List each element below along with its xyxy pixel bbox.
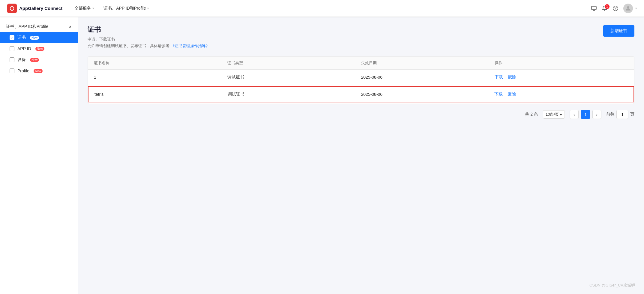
main-layout: 证书、APP ID和Profile ∧ 证书 New APP ID New 设备… [0, 17, 644, 294]
avatar [623, 4, 633, 13]
sidebar-item-appid[interactable]: APP ID New [0, 43, 78, 54]
page-size-chevron-icon: ▾ [560, 112, 562, 117]
next-page-button[interactable]: › [592, 110, 601, 119]
svg-point-4 [627, 6, 629, 9]
revoke-link[interactable]: 废除 [508, 92, 516, 97]
topnav-right-area: 1 ▾ [591, 4, 637, 13]
sidebar: 证书、APP ID和Profile ∧ 证书 New APP ID New 设备… [0, 17, 78, 294]
monitor-icon [591, 5, 597, 11]
prev-page-button[interactable]: ‹ [570, 110, 579, 119]
cert-guide-link[interactable]: 《证书管理操作指导》 [171, 44, 210, 48]
download-link[interactable]: 下载 [495, 74, 503, 80]
sidebar-item-profile[interactable]: Profile New [0, 65, 78, 76]
logo-text: AppGallery Connect [19, 6, 62, 11]
page-title-area: 证书 申请、下载证书 允许申请创建调试证书、发布证书，具体请参考 《证书管理操作… [88, 25, 210, 49]
page-title: 证书 [88, 25, 210, 34]
cert-type-cell: 调试证书 [228, 92, 361, 97]
nav-all-services[interactable]: 全部服务 ▾ [74, 4, 94, 13]
pagination: 共 2 条 10条/页 ▾ ‹ 1 › 前往 页 [88, 110, 634, 119]
nav-cert-profile[interactable]: 证书、APP ID和Profile ▾ [103, 4, 148, 13]
cert-table: 证书名称 证书类型 失效日期 操作 1 调试证书 2025-08-06 下载 废… [88, 56, 634, 104]
page-description: 申请、下载证书 允许申请创建调试证书、发布证书，具体请参考 《证书管理操作指导》 [88, 36, 210, 49]
user-menu[interactable]: ▾ [623, 4, 637, 13]
notification-badge: 1 [605, 4, 610, 9]
col-header-type: 证书类型 [227, 60, 361, 66]
goto-page-input[interactable] [616, 110, 628, 119]
cert-type-cell: 调试证书 [227, 74, 361, 80]
sidebar-item-device[interactable]: 设备 New [0, 54, 78, 65]
logo-link[interactable]: AppGallery Connect [7, 4, 62, 13]
cert-actions-cell: 下载 废除 [495, 74, 628, 80]
svg-rect-1 [592, 6, 596, 10]
chevron-down-icon: ▾ [92, 7, 94, 10]
sidebar-collapse-icon: ∧ [69, 24, 72, 29]
next-icon: › [596, 112, 598, 117]
page-size-selector[interactable]: 10条/页 ▾ [543, 110, 565, 119]
sidebar-item-cert[interactable]: 证书 New [0, 32, 78, 43]
cert-name-cell: 1 [94, 75, 227, 80]
sidebar-checkbox-cert [10, 35, 14, 40]
col-header-actions: 操作 [495, 60, 628, 66]
sidebar-checkbox-appid [10, 46, 14, 51]
sidebar-section-cert-profile[interactable]: 证书、APP ID和Profile ∧ [0, 22, 78, 32]
appgallery-logo-icon [7, 4, 17, 13]
cert-expiry-cell: 2025-08-06 [361, 92, 494, 97]
cert-name-cell: tetris [94, 92, 228, 97]
svg-point-2 [613, 6, 618, 11]
download-link[interactable]: 下载 [494, 92, 503, 97]
top-navigation: AppGallery Connect 全部服务 ▾ 证书、APP ID和Prof… [0, 0, 644, 17]
sidebar-checkbox-profile [10, 68, 14, 73]
question-icon [613, 5, 619, 11]
user-chevron-icon: ▾ [635, 7, 637, 10]
col-header-name: 证书名称 [94, 60, 227, 66]
table-row: tetris 调试证书 2025-08-06 下载 废除 [88, 86, 634, 102]
chevron-down-icon: ▾ [147, 7, 149, 10]
cert-actions-cell: 下载 废除 [494, 92, 628, 97]
main-content-area: 证书 申请、下载证书 允许申请创建调试证书、发布证书，具体请参考 《证书管理操作… [78, 17, 644, 294]
cert-expiry-cell: 2025-08-06 [361, 75, 495, 80]
table-row: 1 调试证书 2025-08-06 下载 废除 [88, 70, 634, 85]
col-header-expiry: 失效日期 [361, 60, 495, 66]
pagination-total: 共 2 条 [525, 112, 538, 117]
page-header: 证书 申请、下载证书 允许申请创建调试证书、发布证书，具体请参考 《证书管理操作… [88, 25, 634, 49]
help-center-button[interactable] [591, 5, 597, 11]
question-button[interactable] [613, 5, 619, 11]
pagination-goto: 前往 页 [606, 110, 634, 119]
new-cert-button[interactable]: 新增证书 [603, 25, 634, 37]
svg-point-3 [615, 9, 616, 10]
revoke-link[interactable]: 废除 [508, 74, 516, 80]
page-1-button[interactable]: 1 [581, 110, 590, 119]
prev-icon: ‹ [574, 112, 575, 117]
nav-menus: 全部服务 ▾ 证书、APP ID和Profile ▾ [74, 4, 591, 13]
notification-button[interactable]: 1 [602, 5, 608, 11]
table-header-row: 证书名称 证书类型 失效日期 操作 [88, 57, 634, 70]
sidebar-checkbox-device [10, 57, 14, 62]
